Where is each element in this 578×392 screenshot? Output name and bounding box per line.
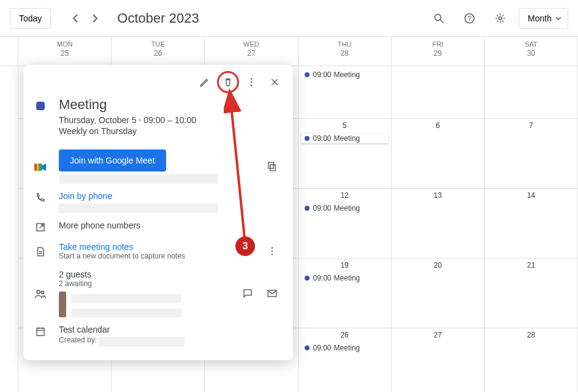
- day-header: WED27: [205, 37, 298, 66]
- redacted-phone-number: [59, 203, 218, 213]
- created-by-text: Created by:: [59, 334, 283, 347]
- event-time: 09:00: [313, 134, 332, 143]
- day-cell[interactable]: 6: [392, 119, 485, 189]
- view-switcher[interactable]: Month: [519, 8, 568, 29]
- event-chip[interactable]: 09:00 Meeting: [301, 70, 389, 80]
- calendar-name-text: Test calendar: [59, 325, 283, 334]
- more-phone-numbers-link[interactable]: More phone numbers: [59, 221, 283, 230]
- close-popover-button[interactable]: [264, 71, 286, 93]
- day-header: MON25: [18, 37, 112, 66]
- svg-point-14: [272, 247, 273, 249]
- more-vert-icon: [246, 77, 257, 88]
- search-button[interactable]: [427, 6, 451, 31]
- help-button[interactable]: ?: [457, 6, 482, 31]
- day-number: 21: [485, 261, 577, 270]
- prev-button[interactable]: [66, 9, 85, 28]
- svg-rect-12: [268, 162, 273, 168]
- day-header: TUE26: [112, 37, 205, 66]
- redacted-guest-1: [71, 294, 181, 303]
- day-cell[interactable]: 09:00 Meeting: [299, 66, 392, 119]
- redacted-creator: [99, 337, 184, 347]
- svg-point-5: [251, 78, 253, 80]
- join-meet-button[interactable]: Join with Google Meet: [59, 149, 166, 172]
- day-number: 12: [299, 191, 391, 200]
- copy-icon: [267, 161, 278, 172]
- take-meeting-notes-link[interactable]: Take meeting notes: [59, 242, 250, 252]
- day-cell[interactable]: 19 09:00 Meeting: [299, 258, 392, 328]
- help-icon: ?: [463, 12, 476, 24]
- next-button[interactable]: [85, 9, 105, 28]
- guests-list: [59, 292, 226, 317]
- svg-line-1: [441, 20, 444, 23]
- event-color-dot: [305, 345, 310, 350]
- guests-awaiting-text: 2 awaiting: [59, 279, 226, 288]
- day-header: FRI29: [392, 37, 485, 66]
- day-number: 5: [299, 121, 391, 130]
- day-cell[interactable]: 12 09:00 Meeting: [299, 189, 392, 258]
- day-cell[interactable]: 27: [392, 328, 485, 392]
- guests-count-text: 2 guests: [59, 270, 226, 279]
- event-chip[interactable]: 09:00 Meeting: [301, 343, 389, 353]
- day-cell[interactable]: [485, 66, 578, 119]
- day-cell[interactable]: [392, 66, 485, 119]
- svg-rect-11: [270, 165, 275, 171]
- app-header: Today October 2023 ?: [0, 0, 578, 37]
- gear-icon: [494, 12, 506, 24]
- svg-point-7: [251, 85, 253, 86]
- take-notes-subtext: Start a new document to capture notes: [59, 252, 250, 260]
- chevron-right-icon: [92, 14, 98, 23]
- guest-avatar-placeholder: [59, 292, 66, 317]
- email-guests-button[interactable]: [261, 282, 283, 304]
- day-cell[interactable]: 28: [485, 328, 578, 392]
- day-number: 6: [392, 121, 484, 130]
- event-chip-selected[interactable]: 09:00 Meeting: [301, 134, 389, 143]
- today-button[interactable]: Today: [10, 8, 51, 29]
- event-time: 09:00: [313, 204, 332, 213]
- day-cell[interactable]: 26 09:00 Meeting: [299, 328, 392, 392]
- svg-point-18: [41, 291, 44, 293]
- more-vert-icon: [267, 246, 278, 257]
- day-cell[interactable]: 13: [392, 189, 485, 258]
- chat-guests-button[interactable]: [237, 282, 259, 304]
- notes-options-button[interactable]: [261, 240, 283, 262]
- event-title: Meeting: [334, 274, 360, 282]
- day-number: 7: [485, 121, 577, 130]
- copy-link-button[interactable]: [261, 156, 283, 178]
- svg-point-0: [435, 14, 441, 20]
- day-cell[interactable]: 21: [485, 258, 578, 328]
- redacted-meet-link: [59, 174, 218, 184]
- day-cell[interactable]: 14: [485, 189, 578, 258]
- day-cell[interactable]: 5 09:00 Meeting: [299, 119, 392, 189]
- svg-text:?: ?: [468, 15, 471, 22]
- event-title: Meeting: [334, 344, 360, 352]
- svg-point-17: [37, 290, 40, 293]
- settings-button[interactable]: [488, 6, 512, 31]
- event-color-swatch: [36, 102, 45, 110]
- event-chip[interactable]: 09:00 Meeting: [301, 203, 389, 213]
- pencil-icon: [199, 77, 210, 88]
- event-title: Meeting: [334, 134, 360, 143]
- delete-event-button[interactable]: [217, 71, 239, 93]
- event-title-text: Meeting: [59, 97, 283, 113]
- event-color-dot: [305, 276, 310, 281]
- event-options-button[interactable]: [240, 71, 262, 93]
- event-chip[interactable]: 09:00 Meeting: [301, 273, 389, 283]
- day-cell[interactable]: 20: [392, 258, 485, 328]
- edit-event-button[interactable]: [194, 71, 216, 93]
- annotation-step-badge: 3: [235, 236, 255, 256]
- event-datetime-text: Thursday, October 5 ⋅ 09:00 – 10:00: [59, 115, 283, 125]
- day-cell[interactable]: 7: [485, 119, 578, 189]
- event-color-dot: [305, 206, 310, 211]
- people-icon: [34, 288, 47, 300]
- svg-rect-20: [37, 328, 44, 336]
- event-details-popover: Meeting Thursday, October 5 ⋅ 09:00 – 10…: [23, 65, 293, 360]
- chat-icon: [242, 288, 253, 299]
- chevron-left-icon: [72, 14, 78, 23]
- calendar-icon: [35, 326, 46, 337]
- join-by-phone-link[interactable]: Join by phone: [59, 191, 283, 201]
- current-period-label: October 2023: [117, 10, 199, 26]
- search-icon: [433, 12, 445, 24]
- svg-point-15: [272, 251, 273, 252]
- day-number: 13: [392, 191, 484, 200]
- day-number: 26: [299, 331, 391, 339]
